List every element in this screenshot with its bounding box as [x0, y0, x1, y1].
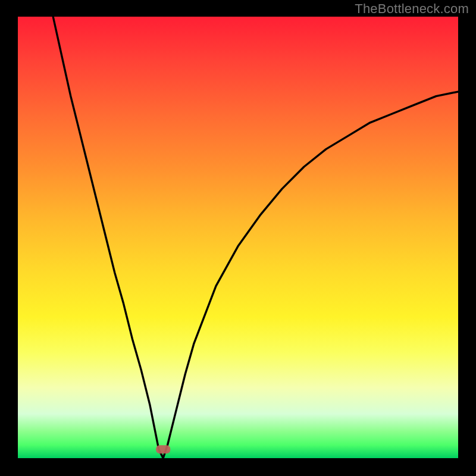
chart-svg [18, 17, 458, 458]
watermark-text: TheBottleneck.com [355, 1, 469, 17]
optimum-marker [156, 445, 170, 453]
plot-area [18, 17, 458, 458]
chart-container: TheBottleneck.com [0, 0, 476, 476]
bottleneck-curve-line [53, 17, 458, 458]
